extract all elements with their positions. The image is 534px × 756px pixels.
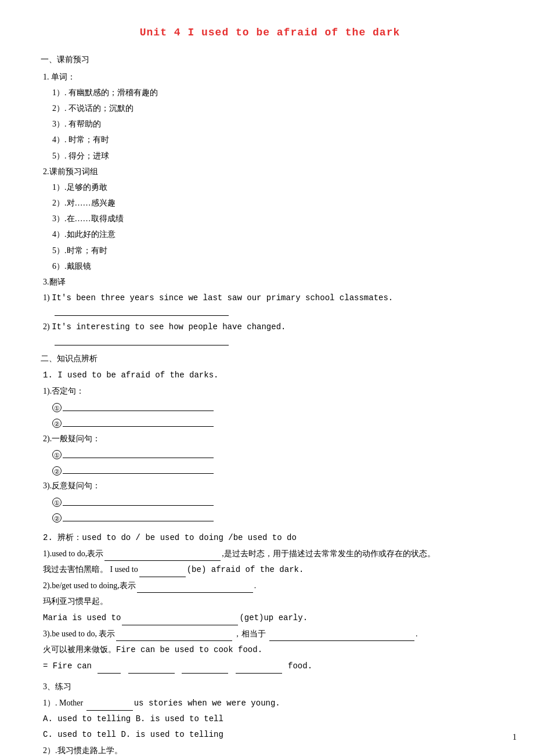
anal-header: 2. 辨析：used to do / be used to doing /be …	[43, 531, 499, 545]
page-title: Unit 4 I used to be afraid of the dark	[41, 23, 499, 42]
practice-1-rest: us stories when we were young.	[134, 699, 280, 708]
anal-line2-rest: (be) afraid of the dark.	[187, 565, 304, 574]
neg-item-2: ②	[52, 415, 499, 430]
vocab-list: 1）. 有幽默感的；滑稽有趣的 2）. 不说话的；沉默的 3）. 有帮助的 4）…	[41, 85, 499, 163]
anal-3-text: 3).be used to do, 表示	[43, 629, 115, 638]
example-sentence: 1. I used to be afraid of the darks.	[43, 368, 499, 383]
gen-circle-1: ①	[52, 447, 63, 462]
trans-sentence-1: It's been three years since we last saw …	[52, 293, 393, 303]
tag-circle-1: ①	[52, 494, 63, 509]
neg-item-1: ①	[52, 399, 499, 414]
anal-2: 2).be/get used to doing,表示.	[43, 578, 499, 593]
phrase-header: 2.课前预习词组	[43, 164, 499, 179]
practice-1-blank	[86, 703, 133, 711]
phrase-item-1: 1）.足够的勇敢	[52, 180, 499, 195]
anal-3-ex-text: 火可以被用来做饭。Fire can be used to cook food.	[43, 645, 262, 654]
anal-2-ex2-blank	[122, 617, 238, 625]
vocab-item-2: 2）. 不说话的；沉默的	[52, 101, 499, 116]
tag-label: 3).反意疑问句：	[43, 478, 499, 493]
neg-label: 1).否定句：	[43, 384, 499, 398]
phrase-item-4: 4）.如此好的注意	[52, 227, 499, 242]
practice-options-cd: C. used to tell D. is used to telling	[43, 728, 499, 742]
neg-circle-1: ①	[52, 399, 63, 414]
anal-3-eq-blank1	[98, 665, 121, 674]
anal-1-num: 1).	[43, 549, 52, 558]
anal-3-eq-rest: food.	[283, 661, 312, 671]
practice-2: 2）.我习惯走路上学。	[43, 743, 499, 756]
anal-1-blank	[104, 553, 221, 561]
vocab-item-5: 5）. 得分；进球	[52, 149, 499, 163]
anal-header-text: 2. 辨析：used to do / be used to doing /be …	[43, 533, 297, 542]
neg-blank-2	[63, 419, 214, 427]
anal-3-period: .	[416, 629, 418, 638]
anal-2-text: 2).be/get used to doing,表示	[43, 581, 136, 590]
anal-line2-text: 我过去害怕黑暗。 I used to	[43, 565, 138, 574]
anal-2-ex2: Maria is used to(get)up early.	[43, 610, 499, 625]
phrase-item-5: 5）.时常；有时	[52, 243, 499, 258]
phrase-item-3: 3）.在……取得成绩	[52, 211, 499, 226]
section2-header: 二、知识点辨析	[41, 351, 499, 366]
anal-item-1: 1).used to do,表示,是过去时态，用于描述过去常常发生的动作或存在的…	[43, 546, 499, 561]
anal-2-ex: 玛利亚习惯早起。	[43, 594, 499, 609]
gen-item-2: ②	[52, 463, 499, 477]
anal-3-eq-blank3	[182, 665, 228, 674]
anal-3-eq-blank4	[236, 665, 282, 674]
anal-3-eq-blank2	[128, 665, 175, 674]
trans-num-1: 1)	[43, 293, 50, 302]
tag-item-2: ②	[52, 510, 499, 524]
vocab-item-4: 4）. 时常；有时	[52, 132, 499, 147]
tag-circle-2: ②	[52, 510, 63, 524]
anal-3-comma: ，相当于	[233, 629, 268, 638]
practice-1-num: 1）. Mother	[43, 699, 85, 707]
trans-text-2: 2) It's interesting to see how people ha…	[43, 319, 499, 334]
neg-blank-1	[63, 403, 214, 411]
gen-blank-1	[63, 450, 214, 458]
translation-1: 1) It's been three years since we last s…	[43, 290, 499, 316]
anal-3: 3).be used to do, 表示，相当于 .	[43, 627, 499, 641]
gen-circle-2: ②	[52, 463, 63, 477]
anal-1-rest: ,是过去时态，用于描述过去常常发生的动作或存在的状态。	[222, 549, 435, 558]
practice-options-ab: A. used to telling B. is used to tell	[43, 712, 499, 726]
anal-2-ex2-rest: (get)up early.	[239, 613, 308, 622]
practice-1: 1）. Mother us stories when we were young…	[43, 696, 499, 711]
anal-3-blank2	[269, 633, 414, 641]
anal-line2-blank	[139, 569, 186, 577]
tag-blank-2	[63, 513, 214, 521]
phrase-item-2: 2）.对……感兴趣	[52, 196, 499, 210]
trans-answer-line-1	[55, 307, 229, 316]
trans-num-2: 2)	[43, 322, 50, 331]
trans-header: 3.翻译	[43, 275, 499, 289]
vocab-header: 1. 单词：	[43, 70, 499, 84]
trans-answer-line-2	[55, 336, 229, 345]
vocab-item-1: 1）. 有幽默感的；滑稽有趣的	[52, 85, 499, 100]
anal-3-blank1	[116, 633, 232, 641]
anal-3-ex: 火可以被用来做饭。Fire can be used to cook food.	[43, 642, 499, 657]
trans-sentence-2: It's interesting to see how people have …	[52, 322, 286, 332]
anal-2-rest: .	[254, 581, 257, 590]
practice-header: 3、练习	[43, 679, 499, 694]
neg-circle-2: ②	[52, 415, 63, 430]
phrase-item-6: 6）.戴眼镜	[52, 259, 499, 273]
translation-2: 2) It's interesting to see how people ha…	[43, 319, 499, 345]
section1-header: 一、课前预习	[41, 52, 499, 67]
trans-text-1: 1) It's been three years since we last s…	[43, 290, 499, 305]
page-number: 1	[513, 730, 517, 744]
anal-line2: 我过去害怕黑暗。 I used to(be) afraid of the dar…	[43, 562, 499, 577]
anal-2-blank	[137, 585, 253, 593]
anal-1-text: used to do,表示	[52, 549, 103, 558]
anal-3-eq: = Fire can food.	[43, 658, 499, 674]
tag-item-1: ①	[52, 494, 499, 509]
gen-blank-2	[63, 466, 214, 474]
anal-3-eq-text: = Fire can	[43, 661, 96, 671]
gen-label: 2).一般疑问句：	[43, 431, 499, 446]
vocab-item-3: 3）. 有帮助的	[52, 117, 499, 131]
phrase-list: 1）.足够的勇敢 2）.对……感兴趣 3）.在……取得成绩 4）.如此好的注意 …	[41, 180, 499, 273]
anal-2-ex2-text: Maria is used to	[43, 613, 121, 622]
gen-item-1: ①	[52, 447, 499, 462]
tag-blank-1	[63, 498, 214, 506]
